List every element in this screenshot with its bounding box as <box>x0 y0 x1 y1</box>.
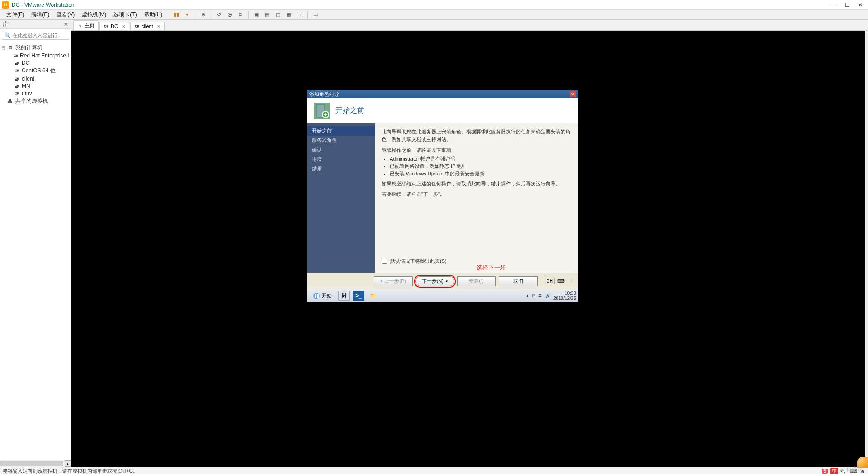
tab-close-icon[interactable]: ✕ <box>122 24 125 29</box>
snapshot-button[interactable]: ⊕ <box>198 10 208 19</box>
menu-help[interactable]: 帮助(H) <box>141 10 166 19</box>
tray-sound-icon[interactable]: 🔊 <box>545 293 551 298</box>
close-button[interactable]: ✕ <box>858 2 863 8</box>
wizard-verify-label: 继续操作之前，请验证以下事项: <box>382 147 571 154</box>
suspend-icon[interactable]: ↺ <box>214 10 224 19</box>
window-controls: — ☐ ✕ <box>831 2 866 8</box>
menu-edit[interactable]: 编辑(E) <box>28 10 53 19</box>
scroll-thumb[interactable] <box>0 461 63 466</box>
wizard-dialog: 添加角色向导 ✕ 开始之前 开始之前 服务器角色 确认 进度 结果 <box>307 90 578 302</box>
app-titlebar: D DC - VMware Workstation — ☐ ✕ <box>0 0 868 10</box>
tree-item-mnv[interactable]: 🖳mnv <box>1 90 70 97</box>
help-icon[interactable]: ❔ <box>567 278 574 284</box>
wizard-close-icon[interactable]: ✕ <box>570 91 576 97</box>
fullscreen-icon[interactable]: ⛶ <box>295 10 305 19</box>
tab-client[interactable]: 🖳 client ✕ <box>130 22 165 30</box>
step-before[interactable]: 开始之前 <box>307 126 375 136</box>
start-button[interactable]: 开始 <box>309 291 335 300</box>
wizard-intro: 此向导帮助您在此服务器上安装角色。根据要求此服务器执行的任务来确定要安装的角色，… <box>382 128 571 143</box>
bullet-admin: Administrator 帐户具有强密码 <box>390 155 571 163</box>
tree-shared[interactable]: 🖧 共享的虚拟机 <box>1 97 70 105</box>
tree-item-mn[interactable]: 🖳MN <box>1 82 70 90</box>
expander-icon[interactable]: ⊟ <box>1 45 5 50</box>
view-unity-icon[interactable]: ◫ <box>273 10 283 19</box>
vm-icon: 🖳 <box>14 76 20 82</box>
vm-icon: 🖳 <box>14 83 20 89</box>
taskbar-app-servermgr[interactable]: 🗄 <box>338 291 350 301</box>
vm-icon: 🖳 <box>14 68 20 74</box>
step-progress[interactable]: 进度 <box>307 155 375 164</box>
view-console-icon[interactable]: ▣ <box>251 10 261 19</box>
snapshot-take-icon[interactable]: ⦿ <box>225 10 235 19</box>
tray-network-icon[interactable]: 🖧 <box>538 293 542 298</box>
tab-close-icon[interactable]: ✕ <box>157 24 160 29</box>
play-dropdown-icon[interactable]: ▾ <box>182 10 192 19</box>
prev-button[interactable]: < 上一步(P) <box>374 276 413 286</box>
snapshot-manager-icon[interactable]: ⧉ <box>236 10 245 19</box>
menu-file[interactable]: 文件(F) <box>3 10 28 19</box>
maximize-button[interactable]: ☐ <box>845 2 850 8</box>
step-result[interactable]: 结果 <box>307 164 375 174</box>
tab-home[interactable]: ⌂ 主页 <box>73 20 99 30</box>
annotation-text: 选择下一步 <box>476 264 506 272</box>
library-search[interactable]: 🔍 ▾ <box>2 31 69 40</box>
vm-icon: 🖳 <box>14 60 20 66</box>
tabstrip: ⌂ 主页 🖳 DC ✕ 🖳 client ✕ <box>71 20 868 31</box>
taskbar-app-explorer[interactable]: 📁 <box>367 291 379 301</box>
wizard-body: 开始之前 服务器角色 确认 进度 结果 此向导帮助您在此服务器上安装角色。根据要… <box>307 123 578 273</box>
search-input[interactable] <box>13 33 75 38</box>
view-library-icon[interactable]: ▦ <box>284 10 294 19</box>
tree-label: Red Hat Enterprise L <box>20 52 70 59</box>
tree-item-rhel[interactable]: 🖳Red Hat Enterprise L <box>1 52 70 59</box>
tray-flag-icon[interactable]: ⚐ <box>531 293 535 298</box>
step-confirm[interactable]: 确认 <box>307 145 375 155</box>
vm-console[interactable]: 添加角色向导 ✕ 开始之前 开始之前 服务器角色 确认 进度 结果 <box>71 31 868 467</box>
tray-clock[interactable]: 10:03 2018/12/26 <box>553 291 576 301</box>
wizard-buttons: < 上一步(P) 下一步(N) > 安装(I) 取消 CH ⌨ ❔ <box>307 273 578 289</box>
wizard-titlebar[interactable]: 添加角色向导 ✕ <box>307 90 578 98</box>
pause-icon[interactable]: ▮▮ <box>171 10 181 19</box>
step-roles[interactable]: 服务器角色 <box>307 136 375 145</box>
wizard-steps: 开始之前 服务器角色 确认 进度 结果 <box>307 123 375 273</box>
menu-tabs[interactable]: 选项卡(T) <box>110 10 140 19</box>
tree-label: CentOS 64 位 <box>22 67 56 75</box>
vm-icon: 🖳 <box>104 24 109 29</box>
tray-up-icon[interactable]: ▴ <box>526 293 528 298</box>
vm-icon: 🖳 <box>134 24 140 29</box>
menu-view[interactable]: 查看(V) <box>53 10 78 19</box>
quick-switch-icon[interactable]: ▭ <box>311 10 321 19</box>
bullet-update: 已安装 Windows Update 中的最新安全更新 <box>390 170 571 178</box>
tree-item-centos[interactable]: 🖳CentOS 64 位 <box>1 66 70 75</box>
skip-checkbox[interactable] <box>382 258 387 264</box>
tree-root[interactable]: ⊟ 🖥 我的计算机 <box>1 43 70 52</box>
tab-dc[interactable]: 🖳 DC ✕ <box>99 22 129 30</box>
cancel-button[interactable]: 取消 <box>499 276 538 286</box>
vm-icon: 🖳 <box>14 52 18 59</box>
minimize-button[interactable]: — <box>831 2 837 8</box>
guest-scroll-v[interactable] <box>865 31 868 467</box>
library-close-icon[interactable]: ✕ <box>64 21 68 28</box>
library-header: 库 ✕ <box>0 20 71 29</box>
tray-date: 2018/12/26 <box>553 296 576 301</box>
ime-mode[interactable]: 中 <box>830 468 838 474</box>
ime-badge-s[interactable]: S <box>822 469 828 474</box>
watermark: ☁ 亿速云 <box>839 465 863 473</box>
sidebar-hscrollbar[interactable]: ▸ <box>0 460 71 467</box>
scroll-right-icon[interactable]: ▸ <box>65 460 71 467</box>
library-sidebar: 库 ✕ 🔍 ▾ ⊟ 🖥 我的计算机 🖳Red Hat Enterprise L … <box>0 20 71 467</box>
shared-icon: 🖧 <box>7 98 14 104</box>
tree-item-client[interactable]: 🖳client <box>1 75 70 82</box>
keyboard-icon[interactable]: ⌨ <box>557 278 565 284</box>
menu-vm[interactable]: 虚拟机(M) <box>78 10 110 19</box>
wizard-heading: 开始之前 <box>335 106 364 115</box>
taskbar-app-powershell[interactable]: >_ <box>353 291 364 301</box>
install-button[interactable]: 安装(I) <box>457 276 496 286</box>
lang-indicator[interactable]: CH <box>545 278 555 284</box>
tab-label: client <box>142 24 153 29</box>
bullet-network: 已配置网络设置，例如静态 IP 地址 <box>390 162 571 170</box>
tab-label: DC <box>111 24 118 29</box>
view-thumbnail-icon[interactable]: ▤ <box>262 10 272 19</box>
wizard-cancel-hint: 如果您必须结束上述的任何操作，请取消此向导，结束操作，然后再次运行向导。 <box>382 180 571 188</box>
tree-item-dc[interactable]: 🖳DC <box>1 59 70 66</box>
next-button[interactable]: 下一步(N) > <box>415 276 454 286</box>
